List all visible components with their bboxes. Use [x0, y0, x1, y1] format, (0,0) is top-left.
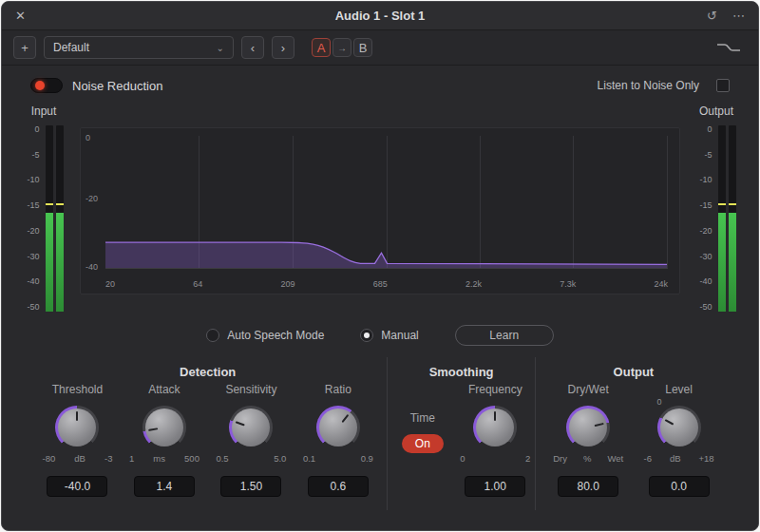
knob-pointer: [664, 419, 674, 425]
ratio-value[interactable]: 0.6: [308, 476, 369, 497]
sensitivity-control: Sensitivity 0.5 5.0 1.50: [213, 383, 289, 497]
options-menu-icon[interactable]: ⋯: [732, 9, 745, 23]
mix-curve-icon[interactable]: [716, 40, 747, 55]
input-meter: Input 0-5 -10-15 -20-30 -40-50: [17, 104, 70, 312]
sensitivity-value[interactable]: 1.50: [220, 476, 281, 497]
preset-dropdown[interactable]: Default ⌄: [44, 36, 234, 59]
frequency-value[interactable]: 1.00: [465, 476, 525, 497]
knob-pointer: [494, 411, 496, 421]
output-title: Output: [536, 365, 732, 379]
manual-label: Manual: [381, 329, 418, 342]
titlebar: ✕ Audio 1 - Slot 1 ↺ ⋯: [2, 2, 758, 30]
output-meter-scale: 0-5 -10-15 -20-30 -40-50: [697, 125, 714, 312]
smoothing-title: Smoothing: [388, 365, 534, 379]
chevron-down-icon: ⌄: [217, 43, 224, 53]
plugin-enable-toggle[interactable]: [30, 78, 63, 93]
input-meter-scale: 0-5 -10-15 -20-30 -40-50: [25, 125, 42, 312]
ab-compare-group: A → B: [312, 38, 372, 57]
dry-wet-knob[interactable]: [566, 406, 610, 449]
preset-name: Default: [53, 41, 89, 54]
manual-mode-option[interactable]: Manual: [360, 329, 418, 342]
noise-profile-curve: [105, 136, 667, 268]
level-knob[interactable]: 0: [657, 406, 701, 449]
input-meter-bars: [46, 125, 64, 312]
learn-button[interactable]: Learn: [455, 325, 554, 346]
threshold-knob[interactable]: [55, 406, 99, 449]
output-meter-bars: [718, 125, 736, 312]
output-meter: Output 0-5 -10-15 -20-30 -40-50: [690, 104, 743, 312]
listen-to-noise-label: Listen to Noise Only: [598, 79, 699, 92]
auto-speech-radio[interactable]: [206, 329, 219, 342]
knob-pointer: [341, 414, 349, 423]
attack-value[interactable]: 1.4: [134, 476, 195, 497]
prev-preset-button[interactable]: ‹: [241, 36, 264, 59]
output-label: Output: [699, 104, 733, 118]
preset-toolbar: + Default ⌄ ‹ › A → B: [2, 30, 758, 66]
input-label: Input: [31, 104, 57, 118]
y-tick-0: 0: [86, 133, 90, 142]
dry-wet-value[interactable]: 80.0: [558, 476, 618, 497]
next-preset-button[interactable]: ›: [272, 36, 294, 59]
a-state-button[interactable]: A: [312, 38, 331, 57]
window-title: Audio 1 - Slot 1: [2, 9, 758, 23]
dry-wet-control: Dry/Wet Dry % Wet 80.0: [550, 383, 626, 497]
mode-row: Auto Speech Mode Manual Learn: [2, 325, 758, 346]
attack-control: Attack 1 ms 500 1.4: [126, 383, 202, 497]
plugin-header-row: Noise Reduction Listen to Noise Only: [2, 78, 758, 93]
output-group: Output Dry/Wet Dry % Wet 80.0 Level: [535, 357, 732, 510]
listen-to-noise-checkbox[interactable]: [716, 79, 730, 92]
meter-graph-row: Input 0-5 -10-15 -20-30 -40-50: [2, 104, 758, 312]
frequency-axis: 2064 209685 2.2k7.3k 24k: [105, 279, 668, 289]
noise-spectrum-graph: 0 -20 -40 2064 209685 2.2k7.3k 24k: [80, 127, 680, 294]
frequency-control: Frequency 0 2 1.00: [457, 383, 533, 497]
level-value[interactable]: 0.0: [649, 476, 710, 497]
time-on-toggle[interactable]: On: [402, 434, 444, 453]
attack-knob[interactable]: [142, 406, 186, 449]
add-preset-button[interactable]: +: [13, 36, 36, 59]
y-tick-20: -20: [86, 194, 98, 203]
manual-radio[interactable]: [360, 329, 373, 342]
history-icon[interactable]: ↺: [707, 9, 717, 23]
knob-pointer: [236, 421, 245, 426]
threshold-value[interactable]: -40.0: [47, 476, 107, 497]
level-control: Level 0 -6 dB +18 0.0: [641, 383, 717, 497]
auto-speech-mode-option[interactable]: Auto Speech Mode: [206, 329, 324, 342]
time-control: Time On: [390, 411, 456, 453]
controls-panel: Detection Threshold -80 dB -3 -40.0 Atta…: [28, 357, 732, 510]
b-state-button[interactable]: B: [353, 38, 372, 57]
knob-pointer: [148, 428, 158, 431]
detection-group: Detection Threshold -80 dB -3 -40.0 Atta…: [28, 357, 387, 510]
knob-pointer: [595, 423, 604, 427]
plugin-window: ✕ Audio 1 - Slot 1 ↺ ⋯ + Default ⌄ ‹ › A…: [1, 1, 759, 531]
threshold-control: Threshold -80 dB -3 -40.0: [39, 383, 115, 497]
auto-speech-label: Auto Speech Mode: [227, 329, 324, 342]
enable-indicator-dot: [35, 81, 45, 90]
spectrum-plot-area: 0 -20 -40: [105, 136, 668, 269]
detection-title: Detection: [28, 365, 387, 379]
smoothing-group: Smoothing Time On Frequency 0 2: [387, 357, 534, 510]
frequency-knob[interactable]: [473, 406, 517, 449]
ratio-control: Ratio 0.1 0.9 0.6: [300, 383, 376, 497]
level-zero-mark: 0: [657, 397, 662, 407]
plugin-name: Noise Reduction: [72, 79, 162, 93]
ratio-knob[interactable]: [316, 406, 360, 449]
close-icon[interactable]: ✕: [15, 9, 26, 23]
sensitivity-knob[interactable]: [229, 406, 273, 449]
y-tick-40: -40: [86, 262, 98, 272]
knob-pointer: [76, 411, 78, 421]
ab-copy-arrow-icon[interactable]: →: [332, 38, 352, 57]
